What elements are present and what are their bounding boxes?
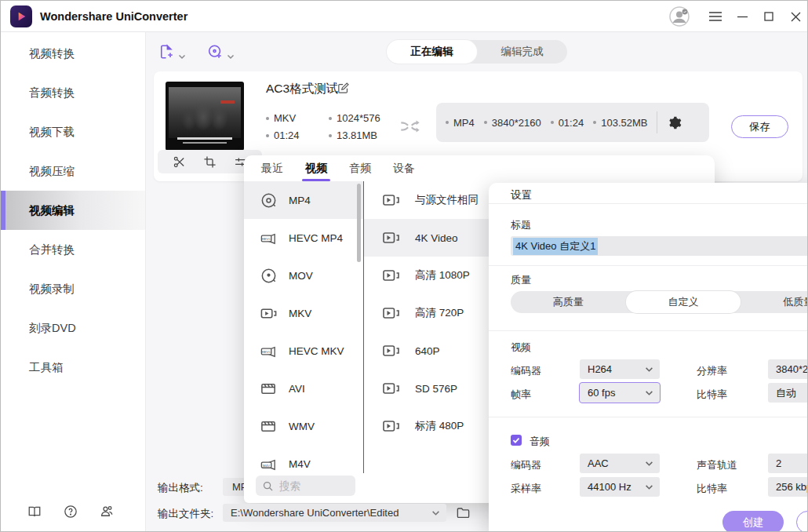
format-item-hevc-mkv[interactable]: HEVC HEVC MKV	[244, 332, 363, 370]
search-icon	[262, 480, 274, 492]
quality-custom-segment[interactable]: 自定义	[626, 291, 741, 313]
output-info-box: MP4 3840*2160 01:24 103.52MB	[436, 103, 709, 142]
quality-segmented-control: 高质量 自定义 低质量	[511, 291, 808, 313]
audio-encoder-select[interactable]: AAC	[580, 454, 660, 473]
source-size: 13.81MB	[329, 129, 377, 141]
tab-edit-finished[interactable]: 编辑完成	[477, 40, 567, 64]
resolution-label: 分辨率	[697, 364, 727, 378]
search-input[interactable]	[279, 480, 342, 492]
sidebar-item-video-compress[interactable]: 视频压缩	[1, 151, 145, 191]
quality-low-segment[interactable]: 低质量	[741, 291, 808, 313]
load-dvd-button[interactable]	[206, 43, 235, 60]
rename-icon[interactable]	[337, 82, 350, 95]
sidebar-item-audio-convert[interactable]: 音频转换	[1, 73, 145, 112]
guide-book-icon[interactable]	[27, 505, 42, 519]
source-duration: 01:24	[266, 129, 300, 141]
tab-video[interactable]: 视频	[294, 155, 338, 181]
create-button[interactable]: 创建	[722, 511, 784, 532]
thumbnail-subtitle-line	[183, 142, 227, 144]
maximize-button[interactable]	[755, 1, 782, 32]
audio-checkbox[interactable]	[511, 435, 522, 446]
sidebar-item-video-convert[interactable]: 视频转换	[1, 34, 145, 73]
divider	[489, 203, 808, 204]
share-users-icon[interactable]	[100, 505, 114, 519]
thumbnail-red-overlay-text	[220, 100, 235, 104]
clapperboard-icon	[260, 380, 278, 398]
resolution-field[interactable]: 3840*2160	[768, 359, 808, 379]
thumbnail-image	[169, 87, 241, 138]
audio-bitrate-label: 比特率	[697, 482, 727, 496]
sidebar-item-video-download[interactable]: 视频下载	[1, 112, 145, 151]
format-item-wmv[interactable]: WMV	[244, 407, 363, 445]
title-label: 标题	[511, 218, 531, 232]
settings-header: 设置	[511, 188, 532, 202]
tab-editing[interactable]: 正在编辑	[387, 40, 477, 64]
tab-audio[interactable]: 音频	[338, 155, 382, 181]
minimize-button[interactable]	[729, 1, 755, 32]
save-button[interactable]: 保存	[731, 115, 788, 138]
output-format-label: 输出格式:	[158, 481, 203, 495]
samplerate-select[interactable]: 44100 Hz	[580, 477, 660, 497]
m4v-badge-icon: M4V	[260, 455, 278, 473]
video-bitrate-label: 比特率	[697, 388, 727, 402]
output-format: MP4	[446, 117, 475, 129]
format-item-avi[interactable]: AVI	[244, 370, 363, 407]
chevron-down-icon[interactable]	[227, 53, 235, 60]
sidebar-item-burn-dvd[interactable]: 刻录DVD	[1, 308, 145, 348]
add-file-button[interactable]	[158, 43, 186, 60]
format-item-mkv[interactable]: MKV	[244, 294, 363, 332]
audio-section-label: 音频	[530, 435, 550, 449]
camcorder-icon	[382, 304, 401, 322]
sidebar-item-toolbox[interactable]: 工具箱	[1, 348, 145, 387]
format-popup-tabs: 最近 视频 音频 设备	[244, 155, 715, 181]
camcorder-icon	[382, 191, 401, 209]
sidebar-item-merge-convert[interactable]: 合并转换	[1, 230, 145, 269]
output-settings-gear-icon[interactable]	[667, 115, 682, 130]
divider	[489, 330, 808, 331]
video-encoder-label: 编码器	[511, 364, 541, 378]
quality-high-segment[interactable]: 高质量	[511, 291, 626, 313]
svg-text:HEVC: HEVC	[262, 236, 271, 240]
format-item-hevc-mp4[interactable]: HEVC HEVC MP4	[244, 219, 363, 257]
quality-label: 质量	[511, 273, 531, 287]
camcorder-icon	[382, 380, 401, 397]
trim-scissors-icon[interactable]	[173, 155, 186, 169]
format-search-box[interactable]	[256, 476, 355, 496]
secondary-action-button[interactable]	[796, 511, 808, 532]
format-item-mp4[interactable]: MP4	[244, 181, 363, 219]
output-size: 103.52MB	[593, 117, 647, 129]
tab-recent[interactable]: 最近	[250, 155, 294, 181]
audio-bitrate-field[interactable]: 256 kbps	[768, 477, 808, 497]
menu-icon[interactable]	[702, 1, 729, 32]
help-icon[interactable]	[64, 505, 78, 519]
framerate-select[interactable]: 60 fps	[579, 382, 661, 403]
format-item-mov[interactable]: MOV	[244, 257, 363, 294]
crop-icon[interactable]	[203, 155, 217, 169]
divider	[489, 417, 808, 417]
camcorder-icon	[260, 304, 278, 322]
tab-device[interactable]: 设备	[382, 155, 426, 181]
close-button[interactable]	[782, 1, 808, 32]
sidebar-item-video-edit[interactable]: 视频编辑	[1, 191, 145, 230]
account-avatar[interactable]	[669, 6, 690, 27]
sidebar: 视频转换 音频转换 视频下载 视频压缩 视频编辑 合并转换 视频录制 刻录DVD…	[1, 32, 146, 532]
sidebar-item-screen-record[interactable]: 视频录制	[1, 269, 145, 308]
format-list-scrollbar[interactable]	[357, 184, 361, 262]
video-thumbnail[interactable]	[166, 82, 244, 151]
camcorder-icon	[382, 417, 401, 435]
video-bitrate-field[interactable]: 自动	[768, 383, 808, 403]
video-encoder-select[interactable]: H264	[580, 359, 660, 379]
svg-text:M4V: M4V	[263, 463, 270, 467]
hevc-badge-icon: HEVC	[260, 229, 278, 247]
audio-encoder-label: 编码器	[511, 458, 541, 472]
camcorder-icon	[382, 342, 401, 359]
output-folder-select[interactable]: E:\Wondershare UniConverter\Edited	[223, 504, 446, 522]
chevron-down-icon[interactable]	[178, 53, 186, 60]
output-duration: 01:24	[551, 117, 584, 129]
uniconverter-window: Wondershare UniConverter	[0, 0, 808, 532]
preset-title-input[interactable]: 4K Video 自定义1	[511, 236, 808, 256]
app-title: Wondershare UniConverter	[40, 10, 187, 23]
format-item-m4v[interactable]: M4V M4V	[244, 445, 363, 473]
audio-channels-field[interactable]: 2	[768, 454, 808, 473]
browse-folder-icon[interactable]	[456, 505, 471, 520]
